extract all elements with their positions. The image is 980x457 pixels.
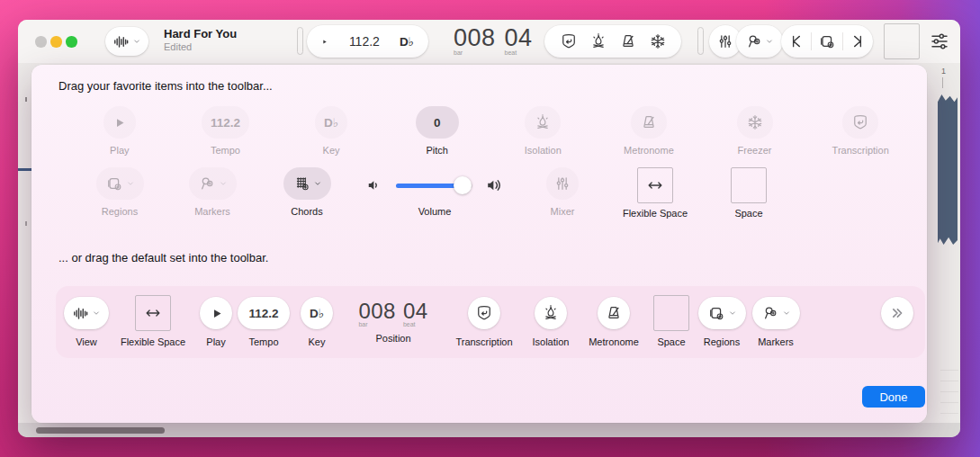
default-item-position[interactable]: 008 bar 04 beat Position bbox=[344, 295, 443, 344]
position-beat-value: 04 bbox=[403, 300, 428, 322]
playhead-marker bbox=[18, 168, 31, 171]
view-menu-button[interactable] bbox=[105, 27, 148, 56]
item-label: Regions bbox=[102, 206, 138, 217]
flexible-space-icon bbox=[135, 295, 171, 331]
key-value: D♭ bbox=[310, 306, 324, 320]
palette-item-volume[interactable]: Volume bbox=[336, 167, 534, 217]
customize-toolbar-icon[interactable] bbox=[929, 31, 950, 52]
next-region-icon bbox=[850, 33, 866, 49]
regions-button[interactable] bbox=[812, 25, 841, 58]
marker-icon bbox=[189, 167, 237, 200]
isolation-icon bbox=[542, 304, 560, 322]
titlebar: Hard For You Edited 112.2 D♭ 008 bar 04 … bbox=[18, 20, 960, 63]
desktop-background: Hard For You Edited 112.2 D♭ 008 bar 04 … bbox=[0, 0, 980, 457]
chevron-down-icon bbox=[92, 309, 101, 318]
item-label: Play bbox=[110, 145, 129, 156]
freezer-icon bbox=[737, 106, 773, 139]
transcription-icon bbox=[475, 304, 493, 322]
transcription-icon[interactable] bbox=[560, 32, 578, 50]
chevron-down-icon bbox=[765, 37, 774, 46]
default-set-overflow-button[interactable] bbox=[857, 295, 938, 331]
palette-item-key[interactable]: D♭ Key bbox=[278, 106, 384, 156]
markers-pill bbox=[752, 297, 800, 329]
ruler-tick bbox=[942, 77, 944, 88]
background-lines bbox=[940, 360, 958, 419]
customize-toolbar-sheet: Drag your favorite items into the toolba… bbox=[31, 65, 927, 423]
play-icon[interactable] bbox=[321, 35, 328, 49]
ruler-tick bbox=[25, 97, 27, 102]
sheet-instruction-top: Drag your favorite items into the toolba… bbox=[58, 79, 273, 93]
transport-pill: 112.2 D♭ bbox=[307, 25, 428, 58]
palette-item-pitch[interactable]: 0 Pitch bbox=[384, 106, 490, 156]
volume-fill bbox=[396, 184, 463, 188]
item-label: Volume bbox=[418, 206, 452, 217]
chevron-down-icon bbox=[126, 179, 135, 188]
close-window-button[interactable] bbox=[35, 36, 47, 48]
item-label: Transcription bbox=[832, 145, 889, 156]
chevron-down-icon bbox=[313, 179, 322, 188]
view-pill bbox=[64, 297, 109, 329]
freezer-icon[interactable] bbox=[649, 32, 667, 50]
palette-item-tempo[interactable]: 112.2 Tempo bbox=[173, 106, 279, 156]
position-display[interactable]: 008 bar 04 beat bbox=[454, 25, 533, 56]
ruler-tick bbox=[25, 221, 27, 226]
palette-item-space[interactable]: Space bbox=[699, 167, 798, 219]
markers-button[interactable] bbox=[736, 25, 783, 58]
toolbar-space-divider bbox=[297, 27, 303, 55]
palette-item-metronome[interactable]: Metronome bbox=[596, 106, 702, 156]
palette-item-markers[interactable]: Markers bbox=[163, 167, 262, 217]
tempo-value[interactable]: 112.2 bbox=[349, 34, 380, 49]
volume-knob[interactable] bbox=[454, 176, 472, 194]
previous-region-button[interactable] bbox=[781, 25, 811, 58]
palette-item-mixer[interactable]: Mixer bbox=[513, 167, 612, 217]
palette-item-regions[interactable]: Regions bbox=[70, 167, 169, 217]
minimize-window-button[interactable] bbox=[50, 36, 62, 48]
play-icon bbox=[103, 106, 136, 139]
position-beat-value: 04 bbox=[505, 25, 533, 50]
speaker-high-icon bbox=[485, 175, 505, 195]
item-label: Tempo bbox=[211, 145, 240, 156]
item-label: Tempo bbox=[248, 336, 278, 347]
metronome-pill bbox=[598, 297, 630, 329]
horizontal-scrollbar-thumb[interactable] bbox=[36, 427, 165, 434]
metronome-icon[interactable] bbox=[619, 32, 637, 50]
tempo-value: 112.2 bbox=[211, 116, 240, 130]
isolation-pill bbox=[535, 297, 567, 329]
item-label: Transcription bbox=[455, 336, 512, 347]
item-label: Pitch bbox=[426, 145, 447, 156]
default-set-band[interactable]: View Flexible Space Play 112.2 Tempo D♭ … bbox=[56, 286, 925, 358]
palette-item-isolation[interactable]: Isolation bbox=[490, 106, 597, 156]
pitch-value: 0 bbox=[434, 116, 441, 130]
palette-item-transcription[interactable]: Transcription bbox=[807, 106, 913, 156]
region-navigation-pill bbox=[781, 25, 873, 58]
default-item-markers[interactable]: Markers bbox=[735, 295, 816, 347]
done-button[interactable]: Done bbox=[862, 386, 925, 408]
item-label: Isolation bbox=[525, 145, 562, 156]
space-icon bbox=[731, 167, 767, 203]
palette-item-freezer[interactable]: Freezer bbox=[702, 106, 808, 156]
favorite-items-row-1: Play 112.2 Tempo D♭ Key 0 Pitch Isolatio… bbox=[67, 106, 913, 156]
volume-slider[interactable] bbox=[396, 176, 472, 194]
zoom-window-button[interactable] bbox=[66, 36, 77, 48]
chevron-down-icon bbox=[132, 37, 141, 46]
isolation-icon[interactable] bbox=[589, 32, 607, 50]
sheet-instruction-bottom: ... or drag the default set into the too… bbox=[58, 251, 268, 264]
play-icon bbox=[210, 307, 223, 320]
app-window: Hard For You Edited 112.2 D♭ 008 bar 04 … bbox=[18, 20, 960, 437]
item-label: Isolation bbox=[533, 336, 570, 347]
key-value[interactable]: D♭ bbox=[400, 34, 414, 49]
palette-item-play[interactable]: Play bbox=[67, 106, 173, 156]
position-bar-value: 008 bbox=[358, 300, 396, 322]
toolbar-space-item bbox=[884, 23, 920, 59]
ruler-number: 1 bbox=[941, 67, 946, 76]
isolation-icon bbox=[525, 106, 561, 139]
mixer-icon bbox=[546, 167, 579, 200]
next-region-button[interactable] bbox=[843, 25, 873, 58]
item-label: Freezer bbox=[738, 145, 772, 156]
marker-icon bbox=[745, 32, 763, 50]
key-pill: D♭ bbox=[301, 297, 333, 329]
toggles-pill bbox=[544, 25, 681, 58]
window-subtitle: Edited bbox=[164, 41, 237, 53]
horizontal-scrollbar-track[interactable] bbox=[18, 423, 960, 437]
palette-item-flexible-space[interactable]: Flexible Space bbox=[606, 167, 705, 219]
